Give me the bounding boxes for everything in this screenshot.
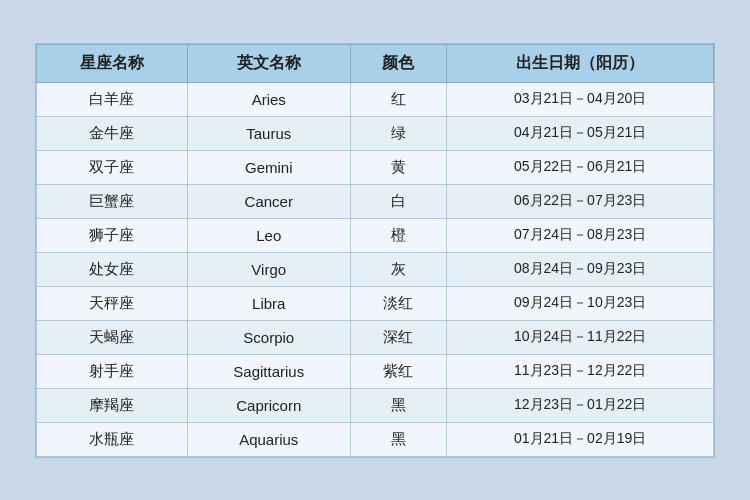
table-row: 水瓶座Aquarius黑01月21日－02月19日 — [37, 422, 714, 456]
table-body: 白羊座Aries红03月21日－04月20日金牛座Taurus绿04月21日－0… — [37, 82, 714, 456]
zodiac-table: 星座名称 英文名称 颜色 出生日期（阳历） 白羊座Aries红03月21日－04… — [36, 44, 714, 457]
cell-chinese-name: 白羊座 — [37, 82, 188, 116]
table-row: 金牛座Taurus绿04月21日－05月21日 — [37, 116, 714, 150]
cell-chinese-name: 天秤座 — [37, 286, 188, 320]
cell-english-name: Libra — [187, 286, 350, 320]
table-row: 狮子座Leo橙07月24日－08月23日 — [37, 218, 714, 252]
cell-date: 08月24日－09月23日 — [447, 252, 714, 286]
cell-date: 05月22日－06月21日 — [447, 150, 714, 184]
cell-date: 10月24日－11月22日 — [447, 320, 714, 354]
cell-color: 白 — [350, 184, 447, 218]
header-english-name: 英文名称 — [187, 44, 350, 82]
table-row: 白羊座Aries红03月21日－04月20日 — [37, 82, 714, 116]
header-date: 出生日期（阳历） — [447, 44, 714, 82]
cell-chinese-name: 巨蟹座 — [37, 184, 188, 218]
header-color: 颜色 — [350, 44, 447, 82]
table-row: 双子座Gemini黄05月22日－06月21日 — [37, 150, 714, 184]
header-chinese-name: 星座名称 — [37, 44, 188, 82]
table-row: 天蝎座Scorpio深红10月24日－11月22日 — [37, 320, 714, 354]
cell-date: 01月21日－02月19日 — [447, 422, 714, 456]
cell-color: 绿 — [350, 116, 447, 150]
cell-date: 11月23日－12月22日 — [447, 354, 714, 388]
cell-english-name: Capricorn — [187, 388, 350, 422]
table-row: 巨蟹座Cancer白06月22日－07月23日 — [37, 184, 714, 218]
cell-chinese-name: 双子座 — [37, 150, 188, 184]
cell-date: 07月24日－08月23日 — [447, 218, 714, 252]
cell-date: 06月22日－07月23日 — [447, 184, 714, 218]
cell-color: 黄 — [350, 150, 447, 184]
zodiac-table-container: 星座名称 英文名称 颜色 出生日期（阳历） 白羊座Aries红03月21日－04… — [35, 43, 715, 458]
cell-color: 黑 — [350, 422, 447, 456]
cell-date: 12月23日－01月22日 — [447, 388, 714, 422]
table-row: 天秤座Libra淡红09月24日－10月23日 — [37, 286, 714, 320]
table-header-row: 星座名称 英文名称 颜色 出生日期（阳历） — [37, 44, 714, 82]
cell-chinese-name: 金牛座 — [37, 116, 188, 150]
cell-english-name: Aries — [187, 82, 350, 116]
cell-color: 黑 — [350, 388, 447, 422]
cell-english-name: Sagittarius — [187, 354, 350, 388]
cell-chinese-name: 射手座 — [37, 354, 188, 388]
cell-chinese-name: 处女座 — [37, 252, 188, 286]
cell-english-name: Virgo — [187, 252, 350, 286]
table-row: 处女座Virgo灰08月24日－09月23日 — [37, 252, 714, 286]
cell-date: 03月21日－04月20日 — [447, 82, 714, 116]
cell-english-name: Scorpio — [187, 320, 350, 354]
cell-english-name: Leo — [187, 218, 350, 252]
table-row: 射手座Sagittarius紫红11月23日－12月22日 — [37, 354, 714, 388]
cell-color: 深红 — [350, 320, 447, 354]
cell-chinese-name: 狮子座 — [37, 218, 188, 252]
cell-english-name: Gemini — [187, 150, 350, 184]
cell-color: 橙 — [350, 218, 447, 252]
cell-english-name: Cancer — [187, 184, 350, 218]
cell-color: 红 — [350, 82, 447, 116]
cell-chinese-name: 天蝎座 — [37, 320, 188, 354]
cell-date: 04月21日－05月21日 — [447, 116, 714, 150]
cell-chinese-name: 水瓶座 — [37, 422, 188, 456]
table-row: 摩羯座Capricorn黑12月23日－01月22日 — [37, 388, 714, 422]
cell-color: 灰 — [350, 252, 447, 286]
cell-chinese-name: 摩羯座 — [37, 388, 188, 422]
cell-color: 淡红 — [350, 286, 447, 320]
cell-date: 09月24日－10月23日 — [447, 286, 714, 320]
cell-english-name: Aquarius — [187, 422, 350, 456]
cell-english-name: Taurus — [187, 116, 350, 150]
cell-color: 紫红 — [350, 354, 447, 388]
